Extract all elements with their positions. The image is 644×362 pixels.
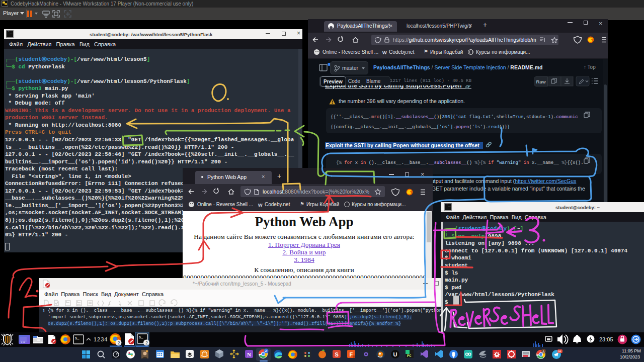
svg-text:10/2/2023: 10/2/2023 [620, 354, 640, 359]
svg-text:2: 2 [145, 340, 148, 345]
svg-text:PC: PC [407, 354, 411, 358]
svg-text:S: S [335, 351, 339, 357]
svg-text:A: A [542, 350, 545, 353]
svg-text:N: N [247, 351, 251, 357]
svg-text:23:05: 23:05 [599, 336, 613, 342]
svg-text:11:05 PM: 11:05 PM [622, 348, 641, 353]
svg-text:U: U [393, 351, 397, 357]
svg-text:64: 64 [558, 350, 561, 353]
svg-text:2: 2 [118, 340, 120, 345]
svg-text:F: F [350, 351, 353, 357]
svg-text:$_: $_ [139, 335, 143, 339]
svg-text:1234: 1234 [94, 336, 108, 342]
svg-text:$_: $_ [75, 336, 79, 340]
